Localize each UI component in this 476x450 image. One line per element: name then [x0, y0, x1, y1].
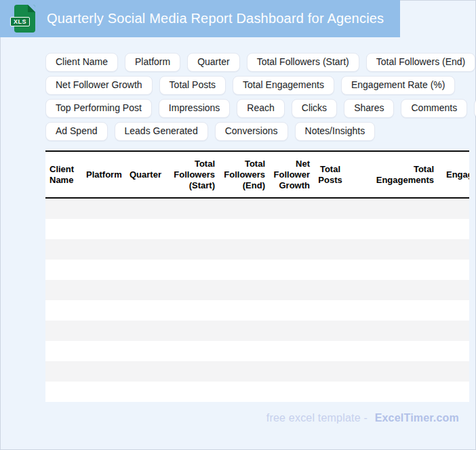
table-cell [163, 361, 219, 382]
table-cell [314, 341, 346, 361]
chip-notes-insights[interactable]: Notes/Insights [295, 122, 376, 141]
chip-platform[interactable]: Platform [125, 53, 180, 72]
chip-leads-generated[interactable]: Leads Generated [115, 122, 208, 141]
table-cell [125, 280, 163, 300]
table-cell [269, 321, 314, 341]
table-cell [219, 300, 269, 321]
chip-conversions[interactable]: Conversions [215, 122, 288, 141]
table-cell [45, 382, 82, 402]
table-cell [219, 321, 269, 341]
table-cell [82, 280, 125, 300]
table-cell [45, 300, 82, 321]
table-cell [314, 239, 346, 260]
table-cell [438, 219, 469, 239]
table-cell [45, 239, 82, 260]
chip-engagement-rate[interactable]: Engagement Rate (%) [341, 76, 456, 95]
col-header-total-followers-end: Total Followers (End) [219, 151, 269, 198]
chip-clicks[interactable]: Clicks [292, 99, 337, 118]
page-title: Quarterly Social Media Report Dashboard … [47, 11, 384, 26]
table-row [45, 341, 469, 361]
table-cell [45, 198, 82, 219]
table-row [45, 321, 469, 341]
table-cell [346, 239, 438, 260]
table-cell [45, 361, 82, 382]
table-cell [163, 198, 219, 219]
table-cell [438, 361, 469, 382]
table-cell [346, 321, 438, 341]
table-cell [82, 239, 125, 260]
table-cell [82, 219, 125, 239]
table-cell [163, 321, 219, 341]
col-header-net-follower-growth: Net Follower Growth [269, 151, 314, 198]
table-header-row: Client Name Platform Quarter Total Follo… [45, 151, 469, 198]
table-cell [219, 382, 269, 402]
file-fold-corner [28, 5, 35, 12]
table-cell [163, 239, 219, 260]
chip-shares[interactable]: Shares [344, 99, 394, 118]
chip-comments[interactable]: Comments [401, 99, 467, 118]
col-header-total-posts: Total Posts [314, 151, 346, 198]
xls-file-icon: XLS [14, 5, 35, 33]
chip-client-name[interactable]: Client Name [45, 53, 118, 72]
chip-total-followers-start[interactable]: Total Followers (Start) [247, 53, 359, 72]
table-cell [346, 280, 438, 300]
table-cell [438, 382, 469, 402]
table-cell [219, 341, 269, 361]
table-cell [163, 341, 219, 361]
table-cell [45, 280, 82, 300]
table-cell [45, 219, 82, 239]
app-header: XLS Quarterly Social Media Report Dashbo… [0, 0, 400, 37]
table-cell [314, 280, 346, 300]
chip-impressions[interactable]: Impressions [159, 99, 230, 118]
chip-net-follower-growth[interactable]: Net Follower Growth [45, 76, 153, 95]
table-cell [219, 280, 269, 300]
table-cell [269, 361, 314, 382]
table-cell [125, 341, 163, 361]
chip-row-3: Top Performing Post Impressions Reach Cl… [45, 99, 476, 118]
chip-top-performing-post[interactable]: Top Performing Post [45, 99, 152, 118]
table-cell [269, 300, 314, 321]
footer-text: free excel template - [266, 412, 368, 424]
chip-reach[interactable]: Reach [237, 99, 284, 118]
table-cell [163, 300, 219, 321]
table-cell [314, 260, 346, 280]
table-cell [82, 198, 125, 219]
table-cell [314, 300, 346, 321]
table-cell [82, 300, 125, 321]
chip-quarter[interactable]: Quarter [187, 53, 239, 72]
col-header-total-followers-start: Total Followers (Start) [163, 151, 219, 198]
footer: free excel template - ExcelTimer.com [266, 412, 459, 424]
chip-ad-spend[interactable]: Ad Spend [45, 122, 108, 141]
table-cell [125, 382, 163, 402]
table-cell [346, 341, 438, 361]
chip-total-posts[interactable]: Total Posts [159, 76, 226, 95]
table-cell [163, 280, 219, 300]
table-cell [438, 239, 469, 260]
table-cell [269, 280, 314, 300]
table-cell [269, 239, 314, 260]
table-cell [125, 198, 163, 219]
col-header-platform: Platform [82, 151, 125, 198]
chip-total-engagements[interactable]: Total Engagements [233, 76, 334, 95]
table-cell [314, 361, 346, 382]
field-chips: Client Name Platform Quarter Total Follo… [45, 53, 476, 145]
table-cell [438, 198, 469, 219]
table-row [45, 260, 469, 280]
footer-brand-link[interactable]: ExcelTimer.com [375, 412, 459, 424]
table-cell [163, 219, 219, 239]
table-cell [125, 260, 163, 280]
table-cell [219, 198, 269, 219]
table-cell [125, 239, 163, 260]
chip-total-followers-end[interactable]: Total Followers (End) [366, 53, 476, 72]
table-cell [82, 382, 125, 402]
chip-row-1: Client Name Platform Quarter Total Follo… [45, 53, 476, 72]
table-row [45, 219, 469, 239]
table-cell [269, 341, 314, 361]
table-cell [82, 321, 125, 341]
table-cell [163, 382, 219, 402]
table-cell [82, 341, 125, 361]
table-cell [314, 382, 346, 402]
table-cell [269, 198, 314, 219]
chip-row-4: Ad Spend Leads Generated Conversions Not… [45, 122, 476, 141]
table-row [45, 300, 469, 321]
